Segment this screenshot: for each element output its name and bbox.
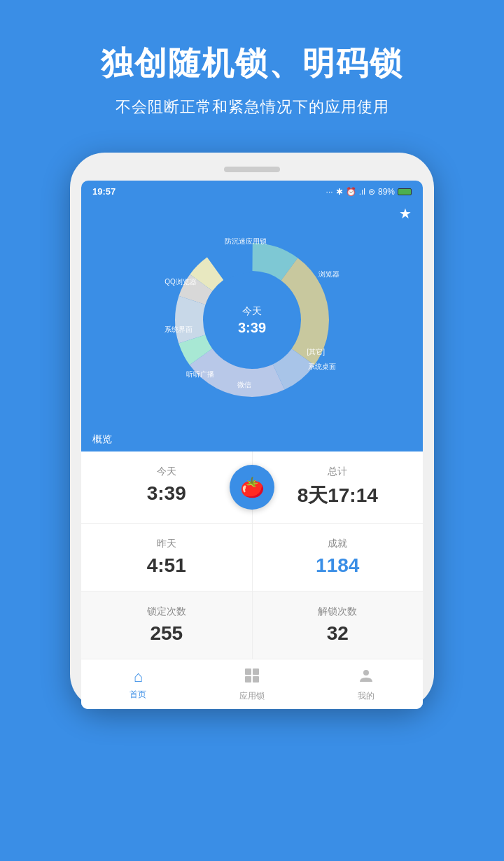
stats-area: 今天 3:39 🍅 总计 8天17:14 昨天: [81, 451, 423, 709]
tomato-button[interactable]: 🍅: [230, 465, 274, 510]
bottom-nav: ⌂ 首页 应用锁: [81, 659, 423, 709]
lock-count-value: 255: [88, 622, 245, 645]
unlock-count-stat: 解锁次数 32: [253, 592, 424, 659]
unlock-count-value: 32: [260, 622, 416, 645]
lock-count-stat: 锁定次数 255: [81, 592, 253, 659]
nav-home[interactable]: ⌂ 首页: [81, 659, 195, 709]
stats-bottom-row: 昨天 4:51 成就 1184: [81, 524, 423, 592]
wifi-icon: ⊜: [368, 187, 375, 197]
applock-icon: [244, 668, 260, 687]
svg-point-4: [363, 670, 369, 676]
nav-applock-label: 应用锁: [239, 690, 265, 702]
total-stat: 总计 8天17:14: [253, 451, 424, 523]
home-icon: ⌂: [134, 668, 143, 686]
status-bar: 19:57 ··· ✱ ⏰ .ıl ⊜ 89%: [81, 181, 423, 202]
svg-rect-2: [245, 676, 251, 682]
bluetooth-icon: ···: [326, 187, 333, 197]
svg-rect-3: [253, 676, 259, 682]
center-label-text: 今天: [242, 305, 262, 316]
screen-header: ★: [81, 202, 423, 222]
label-system-ui: 系统界面: [164, 325, 192, 335]
total-label: 总计: [260, 465, 416, 478]
svg-rect-0: [245, 668, 251, 675]
donut-wrapper: 今天 3:39 防沉迷应用锁 浏览器 QQ浏览器 系统界面 听听广播 微信 [其…: [161, 229, 343, 414]
achievement-stat: 成就 1184: [253, 524, 424, 591]
achievement-value: 1184: [260, 554, 416, 577]
nav-mine-label: 我的: [358, 690, 374, 702]
main-title: 独创随机锁、明码锁: [28, 42, 476, 85]
battery-text: 89%: [378, 187, 395, 197]
nav-applock[interactable]: 应用锁: [195, 659, 309, 709]
today-stat: 今天 3:39: [81, 451, 253, 523]
yesterday-stat: 昨天 4:51: [81, 524, 253, 591]
alarm-icon: ⏰: [346, 187, 356, 197]
svg-rect-1: [253, 668, 259, 675]
center-time-text: 3:39: [238, 320, 266, 335]
today-value: 3:39: [88, 482, 245, 505]
status-time: 19:57: [92, 186, 115, 197]
label-wechat: 微信: [237, 380, 251, 390]
tab-overview[interactable]: 概览: [81, 428, 423, 451]
hero-section: 独创随机锁、明码锁 不会阻断正常和紧急情况下的应用使用: [0, 0, 504, 139]
achievement-label: 成就: [260, 538, 416, 550]
chart-area: 今天 3:39 防沉迷应用锁 浏览器 QQ浏览器 系统界面 听听广播 微信 [其…: [81, 222, 423, 428]
phone-screen: 19:57 ··· ✱ ⏰ .ıl ⊜ 89% ★: [81, 181, 423, 709]
label-qq: QQ浏览器: [164, 277, 197, 287]
mine-icon: [358, 668, 374, 687]
nav-home-label: 首页: [130, 689, 146, 701]
bluetooth-icon2: ✱: [336, 187, 343, 197]
lock-count-label: 锁定次数: [88, 606, 245, 618]
label-browser: 浏览器: [318, 270, 340, 279]
subtitle: 不会阻断正常和紧急情况下的应用使用: [28, 97, 476, 118]
label-antiaddiction: 防沉迷应用锁: [225, 237, 267, 246]
status-icons: ··· ✱ ⏰ .ıl ⊜ 89%: [326, 187, 412, 197]
signal-icon: .ıl: [359, 187, 365, 197]
yesterday-label: 昨天: [88, 538, 245, 550]
battery-icon: [398, 188, 412, 195]
total-value: 8天17:14: [260, 482, 416, 509]
stats-lock-row: 锁定次数 255 解锁次数 32: [81, 592, 423, 659]
yesterday-value: 4:51: [88, 554, 245, 577]
label-radio: 听听广播: [186, 370, 214, 379]
today-label: 今天: [88, 465, 245, 478]
stats-top-row: 今天 3:39 🍅 总计 8天17:14: [81, 451, 423, 524]
label-other: [其它]: [307, 347, 325, 357]
unlock-count-label: 解锁次数: [260, 606, 416, 618]
phone-mockup: 19:57 ··· ✱ ⏰ .ıl ⊜ 89% ★: [70, 153, 434, 709]
phone-speaker: [224, 167, 280, 172]
donut-chart: 今天 3:39: [161, 229, 343, 411]
label-desktop: 系统桌面: [308, 362, 336, 372]
nav-mine[interactable]: 我的: [309, 659, 423, 709]
share-icon[interactable]: ★: [399, 205, 412, 222]
